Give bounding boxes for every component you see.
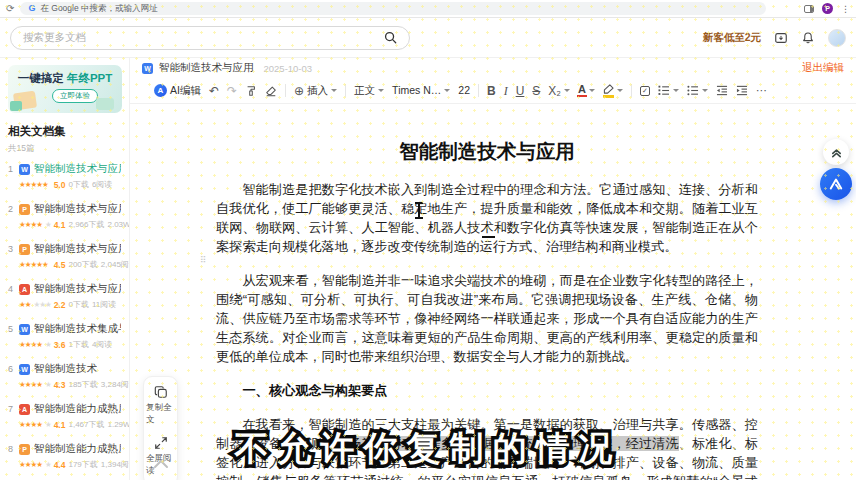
undo-icon[interactable]: ↶ bbox=[209, 85, 219, 97]
underline-button[interactable]: U bbox=[516, 85, 525, 97]
exit-edit-link[interactable]: 退出编辑 bbox=[802, 61, 844, 75]
section-heading-1[interactable]: 一、核心观念与构架要点 bbox=[216, 381, 758, 400]
indent-decrease-button[interactable] bbox=[716, 85, 728, 96]
doc-item-index: 4 bbox=[8, 284, 15, 294]
related-doc-item[interactable]: 6 W 智能制造技术 ★★★★ ★ 4.3 185下载 3,284阅读 bbox=[8, 362, 121, 394]
reload-icon[interactable]: ⟳ bbox=[6, 4, 14, 14]
font-color-button[interactable]: A bbox=[578, 84, 595, 97]
related-doc-item[interactable]: 7 A 智能制造能力成熟度… ★★★★ ★ 4.1 1,467下载 1.29W阅… bbox=[8, 402, 121, 434]
doc-reads: 2.03W阅读 bbox=[108, 219, 131, 230]
indent-increase-button[interactable] bbox=[736, 85, 748, 96]
browser-menu-icon[interactable]: ⋮ bbox=[841, 4, 850, 14]
more-tools-button[interactable]: ⋯ bbox=[756, 85, 768, 96]
doc-type-icon: P bbox=[19, 244, 30, 255]
toolbar-divider bbox=[345, 84, 346, 97]
related-doc-item[interactable]: 4 A 智能制造技术与应用 ★★ ★★★ 2.2 0下载 11阅读 bbox=[8, 282, 121, 314]
stars-filled: ★★★★ bbox=[19, 220, 42, 229]
paragraph-1[interactable]: 智能制造是把数字化技术嵌入到制造全过程中的理念和方法。它通过感知、连接、分析和自… bbox=[216, 180, 758, 256]
related-doc-item[interactable]: 2 P 智能制造技术与应用 ★★★★ ★ 4.1 2,966下载 2.03W阅读 bbox=[8, 202, 121, 234]
doc-rating: 4.3 bbox=[54, 380, 66, 390]
address-bar[interactable]: G 在 Google 中搜索，或输入网址 bbox=[20, 2, 766, 15]
text-cursor-icon bbox=[418, 204, 420, 217]
promo-link[interactable]: 新客低至2元 bbox=[703, 31, 761, 45]
doc-downloads: 179下载 bbox=[68, 459, 97, 470]
doc-type-icon: A bbox=[19, 404, 30, 415]
copy-icon bbox=[154, 385, 168, 399]
doc-item-title: 智能制造能力成熟度… bbox=[34, 402, 121, 416]
chevron-down-icon bbox=[702, 89, 708, 92]
subscript-button[interactable]: X₂ bbox=[548, 85, 570, 97]
eraser-icon[interactable] bbox=[265, 85, 277, 97]
doc-item-title: 智能制造技术与应用 bbox=[34, 282, 121, 296]
word-doc-icon: W bbox=[142, 63, 153, 74]
ordered-list-button[interactable]: 1 bbox=[658, 85, 679, 96]
highlight-button[interactable] bbox=[603, 84, 623, 98]
doc-reads: 1,394阅读 bbox=[101, 459, 130, 470]
paragraph-drag-handle[interactable]: ⠿ bbox=[200, 255, 206, 265]
ai-logo-icon bbox=[827, 175, 845, 193]
browser-bar: ⟳ G 在 Google 中搜索，或输入网址 P ⋮ bbox=[0, 0, 856, 18]
doc-item-index: 6 bbox=[8, 364, 15, 374]
search-input[interactable]: 搜索更多文档 bbox=[10, 26, 410, 50]
strikethrough-button[interactable]: S bbox=[532, 85, 540, 97]
scroll-top-button[interactable] bbox=[823, 139, 849, 165]
search-icon[interactable] bbox=[384, 31, 397, 44]
document-title[interactable]: 智能制造技术与应用 bbox=[216, 138, 758, 165]
browser-profile-avatar[interactable]: P bbox=[822, 3, 833, 14]
user-avatar[interactable] bbox=[828, 29, 846, 47]
doc-item-index: 2 bbox=[8, 204, 15, 214]
paragraph-style-select[interactable]: 正文 bbox=[354, 85, 384, 96]
doc-downloads: 2,966下载 bbox=[68, 219, 104, 230]
document-date: 2025-10-03 bbox=[264, 63, 313, 74]
stars-filled: ★★★★★ bbox=[19, 180, 48, 189]
doc-type-icon: P bbox=[19, 444, 30, 455]
fullscreen-read-button[interactable]: 全屏阅读 bbox=[146, 436, 175, 477]
promo-banner[interactable]: 一键搞定 年终PPT 立即体验 bbox=[8, 65, 122, 113]
plus-circle-icon: ⊕ bbox=[294, 85, 304, 97]
paragraph-3[interactable]: 在我看来，智能制造的三大支柱最为关键。第一是数据的获取、治理与共享。传感器、控制… bbox=[216, 415, 758, 480]
document-tab[interactable]: W 智能制造技术与应用 2025-10-03 退出编辑 bbox=[130, 58, 856, 78]
related-doc-item[interactable]: 5 W 智能制造技术集成与… ★★★★ ★ 3.6 1下载 4阅读 bbox=[8, 322, 121, 354]
side-panel-icon[interactable] bbox=[804, 5, 814, 13]
doc-reads: 6阅读 bbox=[92, 179, 112, 190]
related-doc-item[interactable]: 3 P 智能制造技术与应用 ★★★★★ 4.5 200下载 2,045阅读 bbox=[8, 242, 121, 274]
chevron-down-icon bbox=[617, 89, 623, 92]
stars-filled: ★★★★ bbox=[19, 460, 42, 469]
ai-assistant-button[interactable] bbox=[820, 168, 852, 200]
doc-reads: 3,284阅读 bbox=[101, 379, 130, 390]
collapse-panel-icon[interactable] bbox=[152, 458, 170, 470]
sidebar: 一键搞定 年终PPT 立即体验 相关文档集 共15篇 1 W 智能制造技术与应用… bbox=[0, 58, 130, 480]
insert-button[interactable]: ⊕ 插入 bbox=[294, 85, 337, 97]
related-doc-item[interactable]: 8 P 智能制造能力成熟度… ★★★★ ★ 4.4 179下载 1,394阅读 bbox=[8, 442, 121, 474]
banner-cta-button[interactable]: 立即体验 bbox=[52, 89, 98, 103]
related-docs-count: 共15篇 bbox=[8, 143, 121, 155]
doc-rating: 3.6 bbox=[54, 340, 66, 350]
format-painter-icon[interactable] bbox=[245, 85, 257, 97]
bell-icon[interactable] bbox=[801, 31, 815, 45]
downloads-icon[interactable] bbox=[774, 31, 788, 45]
paragraph-2[interactable]: 从宏观来看，智能制造并非一味追求尖端技术的堆砌，而是在企业数字化转型的路径上，围… bbox=[216, 271, 758, 366]
doc-reads: 2,045阅读 bbox=[101, 259, 130, 270]
chevron-down-icon bbox=[589, 89, 595, 92]
font-family-select[interactable]: Times N… bbox=[392, 85, 450, 96]
doc-downloads: 0下载 bbox=[68, 179, 88, 190]
ai-icon: A bbox=[154, 84, 167, 97]
document-tab-title: 智能制造技术与应用 bbox=[159, 61, 254, 75]
address-placeholder: 在 Google 中搜索，或输入网址 bbox=[40, 3, 157, 15]
italic-button[interactable]: I bbox=[504, 85, 508, 97]
redo-icon[interactable]: ↷ bbox=[227, 85, 237, 97]
checklist-button[interactable]: ✓ bbox=[640, 86, 650, 96]
bullet-list-button[interactable] bbox=[687, 85, 708, 96]
stars-filled: ★★★★ bbox=[19, 380, 42, 389]
document-page[interactable]: ⠿ 智能制造技术与应用 智能制造是把数字化技术嵌入到制造全过程中的理念和方法。它… bbox=[130, 104, 856, 480]
doc-downloads: 0下载 bbox=[68, 299, 88, 310]
bold-button[interactable]: B bbox=[487, 85, 496, 97]
copy-full-text-button[interactable]: 复制全文 bbox=[146, 385, 175, 426]
related-doc-item[interactable]: 1 W 智能制造技术与应用 ★★★★★ 5.0 0下载 6阅读 bbox=[8, 162, 121, 194]
ai-edit-button[interactable]: A AI编辑 bbox=[154, 84, 201, 97]
font-size-select[interactable]: 22 bbox=[458, 85, 470, 96]
stars-empty: ★ bbox=[45, 380, 51, 389]
chevron-down-icon bbox=[673, 89, 679, 92]
doc-item-index: 8 bbox=[8, 444, 15, 454]
doc-item-title: 智能制造技术与应用 bbox=[34, 242, 121, 256]
